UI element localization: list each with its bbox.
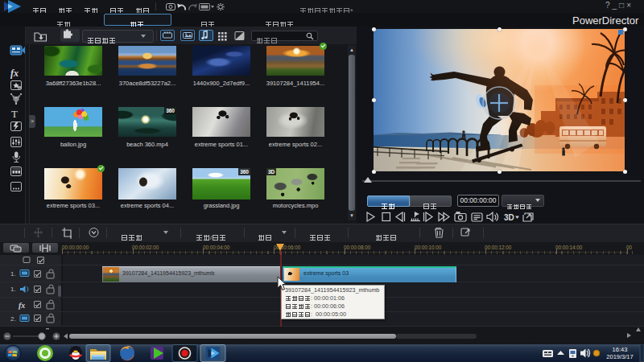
svg-text:fx: fx bbox=[19, 301, 25, 310]
svg-text:fx: fx bbox=[10, 68, 19, 79]
svg-text:3D: 3D bbox=[504, 213, 514, 222]
svg-text:T: T bbox=[11, 108, 18, 120]
